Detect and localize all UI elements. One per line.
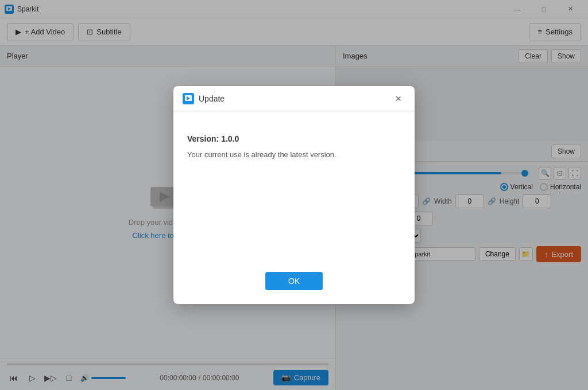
- modal-app-icon: [183, 93, 194, 104]
- modal-close-button[interactable]: ✕: [392, 92, 405, 106]
- modal-body: Version: 1.0.0 Your current use is alrea…: [173, 111, 415, 263]
- modal-header-left: Update: [183, 93, 225, 104]
- update-message: Your current use is already the latest v…: [187, 150, 401, 159]
- version-text: Version: 1.0.0: [187, 134, 401, 143]
- modal-header: Update ✕: [173, 86, 415, 111]
- modal-title: Update: [199, 94, 225, 103]
- ok-button[interactable]: OK: [265, 272, 323, 290]
- modal-overlay: Update ✕ Version: 1.0.0 Your current use…: [0, 0, 588, 390]
- modal-footer: OK: [173, 263, 415, 304]
- update-dialog: Update ✕ Version: 1.0.0 Your current use…: [173, 86, 415, 304]
